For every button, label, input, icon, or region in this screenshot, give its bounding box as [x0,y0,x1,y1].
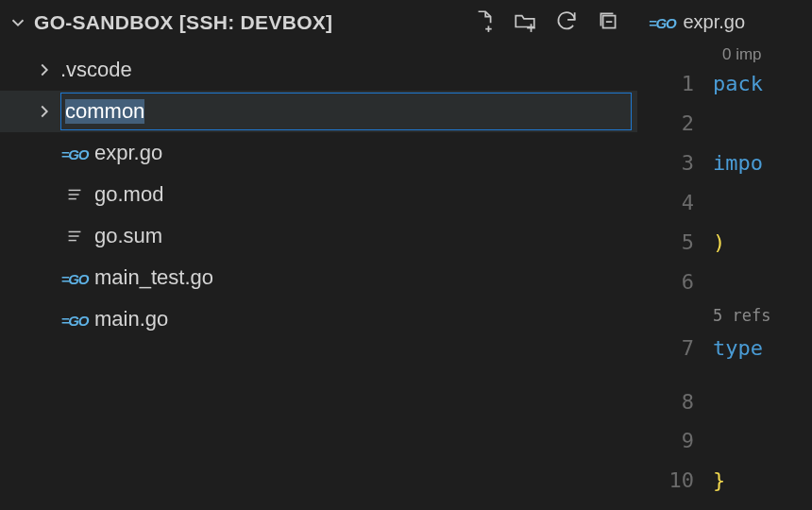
go-file-icon: =GO [60,311,89,329]
chevron-right-icon [34,60,55,80]
file-label: go.sum [94,224,162,248]
text-file-icon [60,184,89,205]
explorer-title: GO-SANDBOX [SSH: DEVBOX] [34,11,332,34]
line-gutter: 1 2 3 4 5 6 7 8 9 10 [637,64,713,501]
chevron-right-icon [34,101,55,122]
editor-tabbar: =GO expr.go [637,0,812,43]
file-label: expr.go [94,141,162,165]
rename-input[interactable] [60,93,632,130]
file-label: go.mod [94,182,163,207]
editor-tab[interactable]: =GO expr.go [643,0,751,43]
explorer-header: GO-SANDBOX [SSH: DEVBOX] [0,0,637,42]
code-lines: pack impo ) 5 refs type } [713,64,812,501]
file-label: main_test.go [94,265,213,290]
text-file-icon [60,226,89,246]
go-file-icon: =GO [60,144,89,162]
chevron-down-icon[interactable] [8,12,28,33]
editor-pane: =GO expr.go 0 imp 1 2 3 4 5 6 7 8 9 10 p… [637,0,812,510]
file-tree: .vscode =GO expr.go go.mod go.sum [0,42,637,340]
file-main-test-go[interactable]: =GO main_test.go [0,257,637,298]
file-go-sum[interactable]: go.sum [0,215,637,257]
go-file-icon: =GO [60,269,89,287]
file-main-go[interactable]: =GO main.go [0,298,637,340]
codelens-refs[interactable]: 5 refs [713,302,812,329]
file-label: main.go [94,307,168,332]
explorer-sidebar: GO-SANDBOX [SSH: DEVBOX] .vscode [0,0,637,510]
refresh-icon[interactable] [554,8,579,38]
folder-rename-row[interactable] [0,91,637,132]
folder-vscode[interactable]: .vscode [0,49,637,91]
file-go-mod[interactable]: go.mod [0,174,637,215]
folder-label: .vscode [60,58,132,82]
collapse-all-icon[interactable] [596,8,620,38]
codelens-imports[interactable]: 0 imp [637,45,812,64]
tab-filename: expr.go [684,11,746,33]
file-expr-go[interactable]: =GO expr.go [0,132,637,174]
new-folder-icon[interactable] [513,8,537,38]
new-file-icon[interactable] [471,8,496,38]
go-file-icon: =GO [649,11,676,33]
code-area[interactable]: 1 2 3 4 5 6 7 8 9 10 pack impo ) 5 refs … [637,64,812,501]
